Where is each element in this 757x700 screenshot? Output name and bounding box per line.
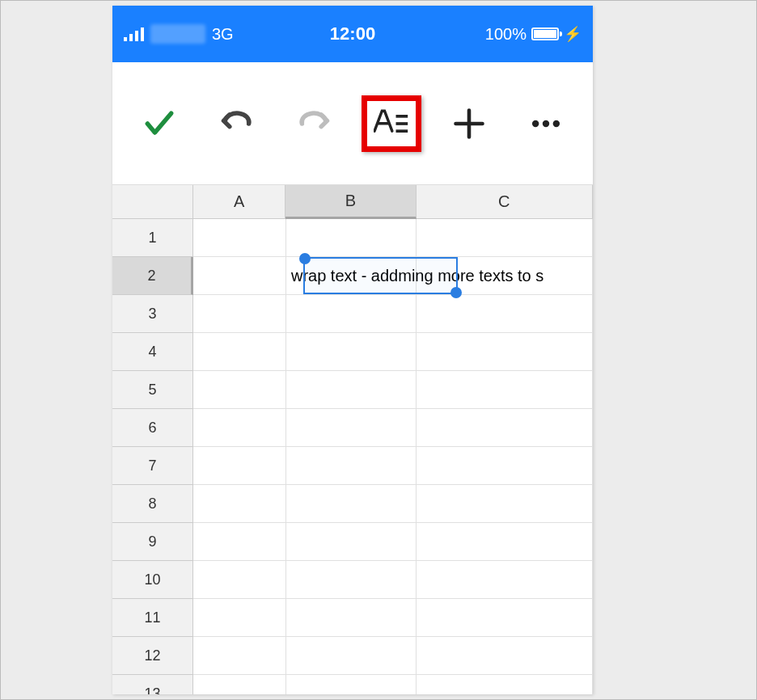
battery-icon — [531, 27, 559, 40]
cell-C12[interactable] — [417, 637, 593, 675]
undo-icon — [219, 106, 255, 141]
charging-icon: ⚡ — [564, 25, 581, 43]
network-type: 3G — [212, 25, 234, 44]
cell-B11[interactable] — [286, 599, 417, 637]
signal-icon — [124, 27, 144, 41]
cell-A11[interactable] — [193, 599, 286, 637]
cell-A10[interactable] — [193, 561, 286, 599]
redo-icon — [296, 106, 332, 141]
insert-button[interactable] — [430, 91, 508, 156]
cell-A3[interactable] — [193, 295, 286, 333]
column-headers: ABC — [193, 185, 593, 219]
carrier-name-blurred — [150, 24, 205, 44]
cell-B5[interactable] — [286, 371, 417, 409]
more-icon — [528, 106, 564, 141]
row-header-2[interactable]: 2 — [112, 257, 193, 295]
row-header-3[interactable]: 3 — [112, 295, 193, 333]
status-time: 12:00 — [277, 23, 429, 44]
redo-button[interactable] — [275, 91, 353, 156]
more-button[interactable] — [507, 91, 585, 156]
cell-A13[interactable] — [193, 675, 286, 694]
undo-button[interactable] — [198, 91, 276, 156]
svg-point-3 — [532, 120, 539, 126]
cell-B4[interactable] — [286, 333, 417, 371]
cell-B12[interactable] — [286, 637, 417, 675]
cell-A7[interactable] — [193, 447, 286, 485]
cell-A6[interactable] — [193, 409, 286, 447]
row-header-7[interactable]: 7 — [112, 447, 193, 485]
cell-C1[interactable] — [417, 219, 593, 257]
row-header-13[interactable]: 13 — [112, 675, 193, 694]
cell-C9[interactable] — [417, 523, 593, 561]
cell-A12[interactable] — [193, 637, 286, 675]
cell-A5[interactable] — [193, 371, 286, 409]
plus-icon — [451, 106, 487, 141]
status-bar: 3G 12:00 100% ⚡ — [112, 6, 593, 62]
cell-A2[interactable] — [193, 257, 286, 295]
selection-handle-tl[interactable] — [299, 253, 311, 264]
cell-B1[interactable] — [286, 219, 417, 257]
row-header-9[interactable]: 9 — [112, 523, 193, 561]
row-header-12[interactable]: 12 — [112, 637, 193, 675]
row-header-5[interactable]: 5 — [112, 371, 193, 409]
column-header-B[interactable]: B — [285, 185, 416, 219]
battery-percent: 100% — [485, 25, 527, 44]
cell-B10[interactable] — [286, 561, 417, 599]
row-header-1[interactable]: 1 — [112, 219, 193, 257]
cell-C8[interactable] — [417, 485, 593, 523]
cell-C4[interactable] — [417, 333, 593, 371]
row-header-10[interactable]: 10 — [112, 561, 193, 599]
cell-A4[interactable] — [193, 333, 286, 371]
cell-C5[interactable] — [417, 371, 593, 409]
row-header-8[interactable]: 8 — [112, 485, 193, 523]
cell-A1[interactable] — [193, 219, 286, 257]
cell-C6[interactable] — [417, 409, 593, 447]
spreadsheet-grid[interactable]: ABC 12345678910111213 wrap text - addmin… — [112, 185, 593, 694]
phone-frame: 3G 12:00 100% ⚡ — [112, 6, 593, 694]
selection-handle-br[interactable] — [450, 287, 462, 298]
column-header-A[interactable]: A — [193, 185, 285, 219]
svg-point-5 — [553, 120, 560, 126]
cell-C3[interactable] — [417, 295, 593, 333]
cell-C7[interactable] — [417, 447, 593, 485]
row-header-6[interactable]: 6 — [112, 409, 193, 447]
cell-B8[interactable] — [286, 485, 417, 523]
cell-selection[interactable] — [303, 257, 458, 294]
select-all-corner[interactable] — [112, 185, 193, 219]
annotation-highlight — [362, 95, 421, 152]
cell-C11[interactable] — [417, 599, 593, 637]
confirm-button[interactable] — [121, 91, 198, 156]
cell-C10[interactable] — [417, 561, 593, 599]
cell-A9[interactable] — [193, 523, 286, 561]
cell-A8[interactable] — [193, 485, 286, 523]
row-header-11[interactable]: 11 — [112, 599, 193, 637]
row-headers: 12345678910111213 — [112, 219, 193, 694]
toolbar — [112, 62, 593, 185]
column-header-C[interactable]: C — [417, 185, 593, 219]
cell-B13[interactable] — [286, 675, 417, 694]
row-header-4[interactable]: 4 — [112, 333, 193, 371]
cell-B3[interactable] — [286, 295, 417, 333]
cell-C13[interactable] — [417, 675, 593, 694]
cell-B6[interactable] — [286, 409, 417, 447]
checkmark-icon — [142, 106, 177, 141]
svg-point-4 — [543, 120, 549, 126]
cell-B9[interactable] — [286, 523, 417, 561]
cell-B7[interactable] — [286, 447, 417, 485]
